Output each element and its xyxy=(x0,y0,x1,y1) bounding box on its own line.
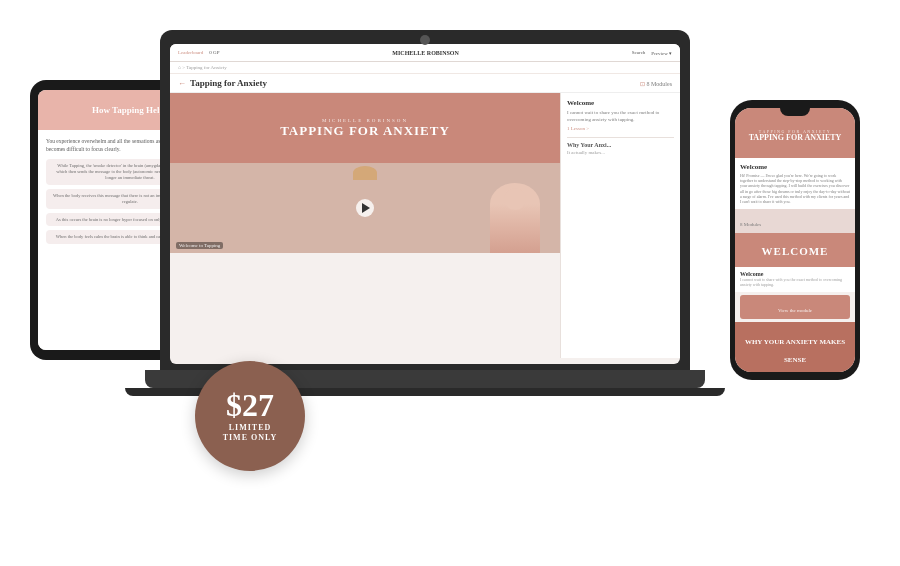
laptop-sidebar-welcome-title: Welcome xyxy=(567,99,674,107)
video-person-hair xyxy=(353,166,377,180)
phone-screen: TAPPING FOR ANXIETY TAPPING FOR ANXIETY … xyxy=(735,108,855,372)
phone-hero-title: TAPPING FOR ANXIETY xyxy=(749,134,842,143)
laptop-content-area: MICHELLE ROBINSON TAPPING FOR ANXIETY xyxy=(170,93,560,358)
laptop-logo: MICHELLE ROBINSON xyxy=(227,50,623,56)
laptop-modules-count: ⊡ 8 Modules xyxy=(640,80,672,87)
gp-badge: 0 GP xyxy=(209,50,219,55)
laptop-right-nav: Search Preview ▾ xyxy=(632,50,672,56)
scene: How Tapping Helps You experience overwhe… xyxy=(0,0,900,566)
phone-notch xyxy=(780,108,810,116)
phone-body: TAPPING FOR ANXIETY TAPPING FOR ANXIETY … xyxy=(730,100,860,380)
price-amount: $27 xyxy=(226,389,274,421)
laptop-sidebar-welcome-text: I cannot wait to share you the exact met… xyxy=(567,110,674,123)
price-badge[interactable]: $27 LIMITED TIME ONLY xyxy=(195,361,305,471)
laptop-page-header: ← Tapping for Anxiety ⊡ 8 Modules xyxy=(170,74,680,93)
laptop-camera xyxy=(420,35,430,45)
laptop-sidebar-why-text: It actually makes... xyxy=(567,150,674,155)
phone-welcome-small: Welcome I cannot wait to share with you … xyxy=(735,267,855,291)
phone-why-section: WHY YOUR ANXIETY MAKES SENSE xyxy=(735,322,855,373)
phone-welcome-banner-text: WELCOME xyxy=(762,245,829,257)
laptop-hero-title: TAPPING FOR ANXIETY xyxy=(280,123,450,139)
laptop-breadcrumb: ⌂ > Tapping for Anxiety xyxy=(170,62,680,74)
laptop-main-content: MICHELLE ROBINSON TAPPING FOR ANXIETY xyxy=(170,93,680,358)
phone-welcome-small-text: I cannot wait to share with you the exac… xyxy=(740,277,850,287)
phone-view-module-label: View the module xyxy=(778,308,812,313)
phone-modules-text: 8 Modules xyxy=(740,222,761,227)
laptop-nav: Leaderboard 0 GP xyxy=(178,50,219,55)
sidebar-divider xyxy=(567,137,674,138)
preview-button[interactable]: Preview ▾ xyxy=(651,50,672,56)
phone-why-title: WHY YOUR ANXIETY MAKES SENSE xyxy=(745,338,845,364)
laptop-screen: Leaderboard 0 GP MICHELLE ROBINSON Searc… xyxy=(170,44,680,364)
phone-welcome-banner: WELCOME xyxy=(735,233,855,267)
video-person-face xyxy=(504,188,526,210)
back-icon[interactable]: ← xyxy=(178,79,186,88)
laptop-sidebar-why-title: Why Your Anxi... xyxy=(567,142,674,148)
laptop-topbar: Leaderboard 0 GP MICHELLE ROBINSON Searc… xyxy=(170,44,680,62)
laptop-sidebar-welcome: Welcome I cannot wait to share you the e… xyxy=(567,99,674,131)
tablet-header-title: How Tapping Helps xyxy=(92,105,168,115)
video-person xyxy=(490,183,540,253)
phone-welcome-text: Hi! Promise — I'm so glad you're here. W… xyxy=(740,173,850,204)
laptop-play-button[interactable] xyxy=(356,199,374,217)
laptop-device: Leaderboard 0 GP MICHELLE ROBINSON Searc… xyxy=(160,30,690,400)
laptop-hero-subtitle: MICHELLE ROBINSON xyxy=(322,118,408,123)
phone-view-module-button[interactable]: View the module xyxy=(740,295,850,319)
leaderboard-link[interactable]: Leaderboard xyxy=(178,50,203,55)
price-label: LIMITED TIME ONLY xyxy=(223,423,278,444)
phone-welcome-title: Welcome xyxy=(740,163,850,171)
laptop-video-label: Welcome to Tapping xyxy=(176,242,223,249)
phone-welcome-section: Welcome Hi! Promise — I'm so glad you're… xyxy=(735,158,855,209)
play-icon xyxy=(362,203,370,213)
laptop-video-area: Welcome to Tapping xyxy=(170,163,560,253)
laptop-body: Leaderboard 0 GP MICHELLE ROBINSON Searc… xyxy=(160,30,690,370)
laptop-page-title: Tapping for Anxiety xyxy=(190,78,267,88)
phone-modules-bar: 8 Modules xyxy=(735,209,855,233)
laptop-sidebar: Welcome I cannot wait to share you the e… xyxy=(560,93,680,358)
laptop-sidebar-lesson[interactable]: 1 Lesson > xyxy=(567,126,674,131)
laptop-hero-banner: MICHELLE ROBINSON TAPPING FOR ANXIETY xyxy=(170,93,560,163)
phone-device: TAPPING FOR ANXIETY TAPPING FOR ANXIETY … xyxy=(730,100,860,380)
search-label[interactable]: Search xyxy=(632,50,646,56)
